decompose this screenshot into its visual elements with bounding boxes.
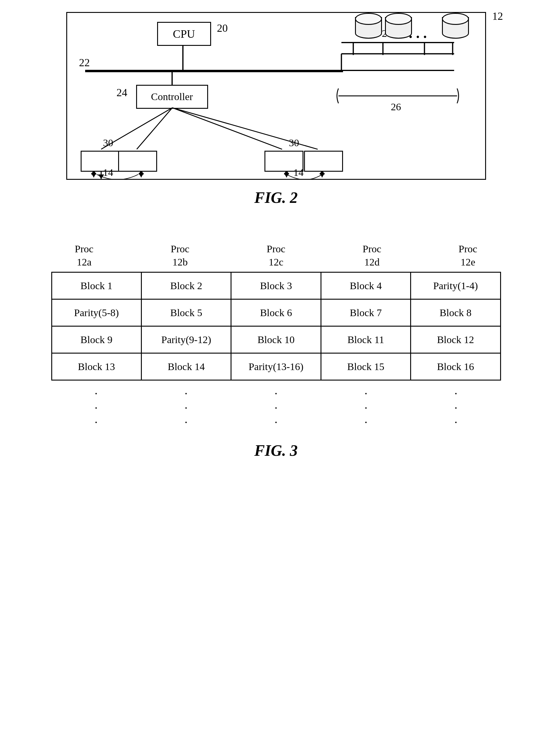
cell-r2c1: Parity(5-8) <box>51 299 141 326</box>
bus-ref-22: 22 <box>79 56 90 69</box>
cell-r2c4: Block 7 <box>321 299 410 326</box>
fig3-section: Proc12a Proc12b Proc12c Proc12d Proc12e … <box>36 242 516 459</box>
cpu-box: CPU <box>157 22 211 46</box>
dots-col-3: ··· <box>231 387 321 430</box>
buffer-box-1 <box>81 151 120 172</box>
cell-r1c2: Block 2 <box>141 272 231 299</box>
svg-line-11 <box>172 108 282 150</box>
disk-array-ref-26: 26 <box>391 101 401 113</box>
bus-ref-14-right: 14 <box>293 167 304 178</box>
cell-r3c3: Block 10 <box>231 326 321 353</box>
cell-r2c2: Block 5 <box>141 299 231 326</box>
col-header-12a: Proc12a <box>41 242 128 269</box>
col-header-12b: Proc12b <box>137 242 224 269</box>
buffer-ref-30-left: 30 <box>103 137 113 149</box>
controller-ref-24: 24 <box>117 86 127 99</box>
table-dots-row: ··· ··· ··· ··· ··· <box>51 387 501 430</box>
col-header-12d: Proc12d <box>328 242 416 269</box>
svg-line-10 <box>137 108 172 150</box>
table-headers: Proc12a Proc12b Proc12c Proc12d Proc12e <box>36 242 516 269</box>
buffer-box-4 <box>304 151 343 172</box>
table-row: Block 9 Parity(9-12) Block 10 Block 11 B… <box>51 326 501 353</box>
bus-line <box>85 70 343 72</box>
fig2-ref-12: 12 <box>492 10 503 22</box>
raid-table: Block 1 Block 2 Block 3 Block 4 Parity(1… <box>51 272 501 381</box>
cell-r2c3: Block 6 <box>231 299 321 326</box>
fig2-section: 12 CPU 20 22 Controller 24 <box>36 12 516 206</box>
fig2-caption: FIG. 2 <box>36 189 516 206</box>
cell-r1c1: Block 1 <box>51 272 141 299</box>
cell-r3c5: Block 12 <box>411 326 501 353</box>
svg-marker-26 <box>319 173 325 177</box>
cell-r4c5: Block 16 <box>411 353 501 380</box>
col-header-12c: Proc12c <box>233 242 320 269</box>
dots-col-5: ··· <box>411 387 501 430</box>
cell-r1c3: Block 3 <box>231 272 321 299</box>
dots-col-4: ··· <box>321 387 411 430</box>
dots-col-2: ··· <box>141 387 231 430</box>
svg-marker-23 <box>284 173 289 177</box>
fig2-diagram: 12 CPU 20 22 Controller 24 <box>66 12 486 180</box>
cell-r1c5: Parity(1-4) <box>411 272 501 299</box>
cell-r4c4: Block 15 <box>321 353 410 380</box>
cell-r4c2: Block 14 <box>141 353 231 380</box>
cell-r3c2: Parity(9-12) <box>141 326 231 353</box>
buffer-box-2 <box>118 151 157 172</box>
dots-col-1: ··· <box>51 387 141 430</box>
svg-marker-20 <box>138 173 144 177</box>
bus-to-controller-line <box>171 71 173 86</box>
cell-r1c4: Block 4 <box>321 272 410 299</box>
cell-r4c3: Parity(13-16) <box>231 353 321 380</box>
cell-r3c4: Block 11 <box>321 326 410 353</box>
controller-box: Controller <box>136 85 208 109</box>
svg-marker-17 <box>91 173 96 177</box>
bus-ref-14-left: 14 <box>103 167 113 178</box>
cell-r4c1: Block 13 <box>51 353 141 380</box>
table-row: Parity(5-8) Block 5 Block 6 Block 7 Bloc… <box>51 299 501 326</box>
table-row: Block 13 Block 14 Parity(13-16) Block 15… <box>51 353 501 380</box>
cpu-to-bus-line <box>182 46 183 70</box>
fig3-caption: FIG. 3 <box>36 442 516 459</box>
table-row: Block 1 Block 2 Block 3 Block 4 Parity(1… <box>51 272 501 299</box>
buffer-ref-30-right: 30 <box>289 137 299 149</box>
cell-r2c5: Block 8 <box>411 299 501 326</box>
cell-r3c1: Block 9 <box>51 326 141 353</box>
col-header-12e: Proc12e <box>425 242 512 269</box>
cpu-ref-20: 20 <box>217 22 228 34</box>
